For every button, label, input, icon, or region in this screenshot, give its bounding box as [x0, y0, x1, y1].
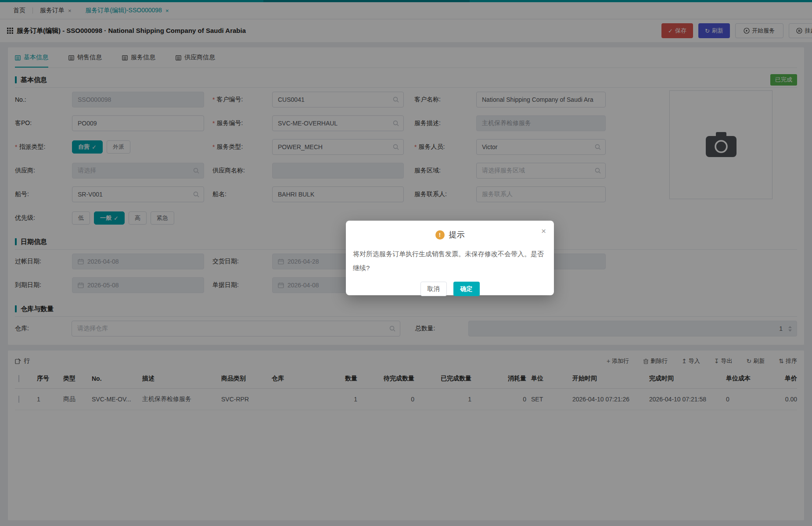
confirm-dialog: × ! 提示 将对所选服务订单执行生成销售发票。未保存修改不会带入。是否继续? …	[346, 221, 554, 295]
warning-icon: !	[435, 230, 445, 240]
dialog-message: 将对所选服务订单执行生成销售发票。未保存修改不会带入。是否继续?	[353, 247, 546, 275]
dialog-header: ! 提示	[353, 229, 547, 240]
close-icon[interactable]: ×	[541, 227, 546, 235]
confirm-button[interactable]: 确定	[453, 282, 480, 296]
dialog-actions: 取消 确定	[353, 282, 547, 296]
cancel-button[interactable]: 取消	[420, 282, 447, 296]
dialog-title: 提示	[449, 229, 465, 240]
app-window: 首页 服务订单 × 服务订单(编辑)-SSO000098 × 服务订单(编辑) …	[0, 0, 812, 526]
